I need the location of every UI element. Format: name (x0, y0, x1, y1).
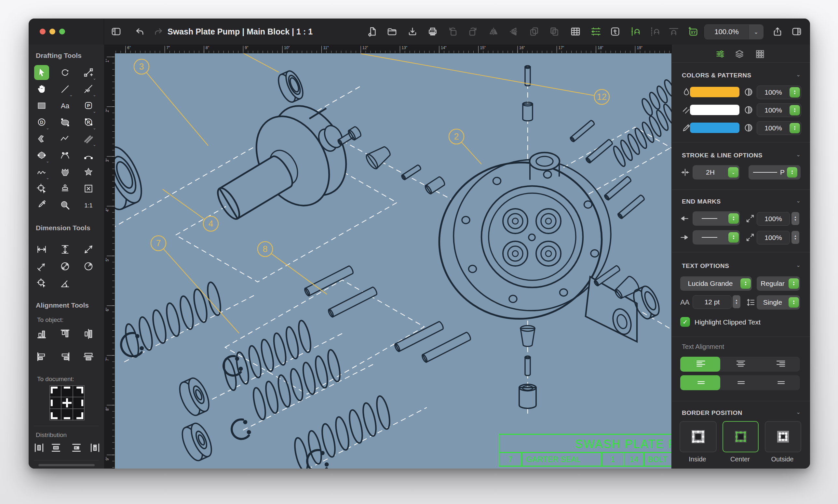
tool-text[interactable]: Aa (58, 98, 73, 113)
tool-arc[interactable] (81, 148, 96, 163)
pen-opacity-slider-button[interactable]: ▲▼ (789, 123, 800, 133)
flip-vertical-icon[interactable] (508, 26, 519, 37)
font-style-dropdown[interactable]: Regular ▲▼ (757, 276, 800, 291)
tool-pan[interactable] (34, 82, 49, 96)
tool-irregular-polygon[interactable] (58, 164, 73, 179)
border-inside-card[interactable] (680, 421, 717, 452)
font-size-stepper[interactable]: ▲▼ (733, 295, 741, 308)
line-spacing-stepper-button[interactable]: ▲▼ (788, 297, 799, 308)
tool-ellipse[interactable] (58, 115, 73, 130)
border-center-card[interactable] (723, 421, 759, 452)
print-icon[interactable] (427, 26, 438, 37)
tool-center-point[interactable] (34, 181, 49, 196)
tool-circle-radius[interactable]: R⌄ (81, 115, 96, 130)
tool-double-line[interactable]: ⌄ (81, 131, 96, 146)
valign-middle-segment[interactable] (720, 375, 760, 390)
toggle-right-panel-icon[interactable] (791, 26, 802, 37)
tool-stamp[interactable] (58, 181, 73, 196)
tool-polygon[interactable]: ⌄ (34, 148, 49, 163)
rotate-left-icon[interactable] (447, 26, 458, 37)
fill-color-swatch[interactable] (690, 87, 739, 97)
tool-distribute-vertical[interactable] (49, 440, 64, 455)
end-mark-scale-stepper[interactable]: ▲▼ (791, 231, 799, 244)
start-mark-scale-field[interactable]: 100% (757, 212, 790, 226)
tool-dimension-radius[interactable] (81, 259, 96, 274)
fill-opacity-field[interactable]: 100% ▲▼ (757, 86, 801, 99)
tool-concave-polygon[interactable] (34, 131, 49, 146)
tool-select[interactable] (34, 65, 49, 80)
tool-align-center-horizontal[interactable] (81, 349, 96, 364)
tool-eyedropper[interactable] (34, 198, 49, 213)
tool-bezier-curve[interactable] (58, 148, 73, 163)
tab-layers-icon[interactable] (734, 49, 745, 59)
show-coordinates-icon[interactable]: XY (688, 26, 699, 37)
tool-rectangle[interactable] (34, 98, 49, 113)
tool-circle-diameter[interactable]: D⌄ (34, 115, 49, 130)
tool-construction-line[interactable]: ⌄ (81, 82, 96, 96)
tool-distribute-spacing-horizontal[interactable] (88, 440, 103, 455)
redo-icon[interactable] (153, 26, 164, 37)
tool-line[interactable]: ⌄ (58, 82, 73, 96)
tool-actual-size[interactable]: 1:1 (81, 198, 96, 213)
pattern-opacity-field[interactable]: 100% ▲▼ (757, 103, 801, 117)
start-mark-scale-stepper[interactable]: ▲▼ (791, 212, 799, 225)
end-mark-scale-field[interactable]: 100% (757, 231, 790, 245)
tool-dimension-angle[interactable] (58, 276, 73, 291)
font-family-stepper-button[interactable]: ▲▼ (741, 278, 751, 289)
font-size-field[interactable]: 12 pt (693, 295, 732, 309)
fill-opacity-slider-button[interactable]: ▲▼ (789, 87, 800, 97)
tool-polyline[interactable] (58, 131, 73, 146)
tab-library-grid-icon[interactable] (755, 49, 765, 59)
align-left-segment[interactable] (680, 357, 720, 372)
sidebar-scroll-indicator[interactable] (38, 464, 95, 466)
colors-collapse-chevron-icon[interactable]: ⌄ (796, 71, 801, 78)
align-to-document-grid[interactable] (50, 385, 85, 420)
tool-star[interactable] (81, 164, 96, 179)
zoom-chevron-down-icon[interactable]: ⌄ (749, 25, 763, 39)
tool-dimension-vertical[interactable] (58, 242, 73, 257)
smart-dimension-icon[interactable] (590, 26, 602, 37)
tool-x-box[interactable] (81, 181, 96, 196)
tool-align-left[interactable] (34, 349, 49, 364)
tool-zoom[interactable] (58, 198, 73, 213)
tool-dimension-perpendicular[interactable] (34, 259, 49, 274)
align-center-segment[interactable] (720, 357, 760, 372)
tool-align-bottom[interactable] (34, 326, 49, 341)
fill-contrast-icon[interactable] (744, 87, 753, 97)
endmarks-collapse-chevron-icon[interactable]: ⌄ (796, 197, 801, 204)
border-outside-card[interactable] (765, 421, 801, 452)
duplicate-icon[interactable] (529, 26, 540, 37)
line-spacing-dropdown[interactable]: Single ▲▼ (757, 295, 800, 309)
rotate-right-icon[interactable] (467, 26, 479, 37)
toggle-left-sidebar-icon[interactable] (111, 26, 122, 37)
pattern-opacity-slider-button[interactable]: ▲▼ (789, 105, 800, 115)
tool-dimension-horizontal[interactable] (34, 242, 49, 257)
clone-icon[interactable] (549, 26, 560, 37)
tool-dimension-center-mark[interactable] (34, 276, 49, 291)
new-document-icon[interactable] (367, 26, 378, 37)
text-collapse-chevron-icon[interactable]: ⌄ (796, 262, 801, 269)
text-frame-icon[interactable] (610, 26, 621, 37)
snap-to-guides-icon[interactable] (629, 26, 640, 37)
close-button[interactable] (40, 29, 46, 34)
open-folder-icon[interactable] (387, 26, 397, 37)
line-weight-chevron-button[interactable]: ⌄ (728, 167, 738, 178)
tool-transform[interactable]: ⌄ (81, 65, 96, 80)
tool-distribute-horizontal[interactable] (32, 440, 47, 455)
font-style-stepper-button[interactable]: ▲▼ (788, 278, 799, 289)
highlight-clipped-text-checkbox[interactable]: ✓ (680, 317, 690, 327)
tool-dimension-diameter[interactable] (58, 259, 73, 274)
border-collapse-chevron-icon[interactable]: ⌄ (796, 409, 801, 416)
start-mark-stepper-button[interactable]: ▲▼ (728, 213, 739, 224)
line-style-stepper-button[interactable]: ▲▼ (787, 167, 797, 178)
stroke-collapse-chevron-icon[interactable]: ⌄ (796, 151, 801, 158)
tool-align-center-vertical[interactable] (81, 326, 96, 341)
drawing-canvas[interactable]: 3 2 12 4 7 8 6"7"8"9"10"11"12"13"14"15"1… (104, 44, 672, 469)
tool-align-top[interactable] (58, 326, 73, 341)
zoom-control[interactable]: 100.0% ⌄ (704, 24, 764, 39)
end-mark-dropdown[interactable]: ▲▼ (693, 230, 740, 245)
pen-color-swatch[interactable] (690, 123, 739, 133)
line-weight-dropdown[interactable]: 2H ⌄ (693, 165, 739, 179)
tool-freehand[interactable]: ⌄ (34, 164, 49, 179)
zoom-window-button[interactable] (59, 29, 65, 34)
